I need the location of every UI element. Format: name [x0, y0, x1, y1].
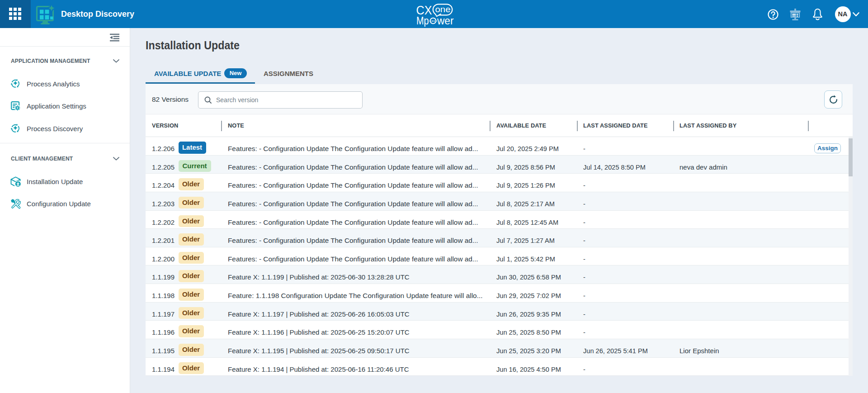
svg-text:wer: wer: [437, 15, 454, 27]
svg-text:one: one: [435, 5, 451, 14]
svg-text:Mp: Mp: [416, 15, 429, 27]
